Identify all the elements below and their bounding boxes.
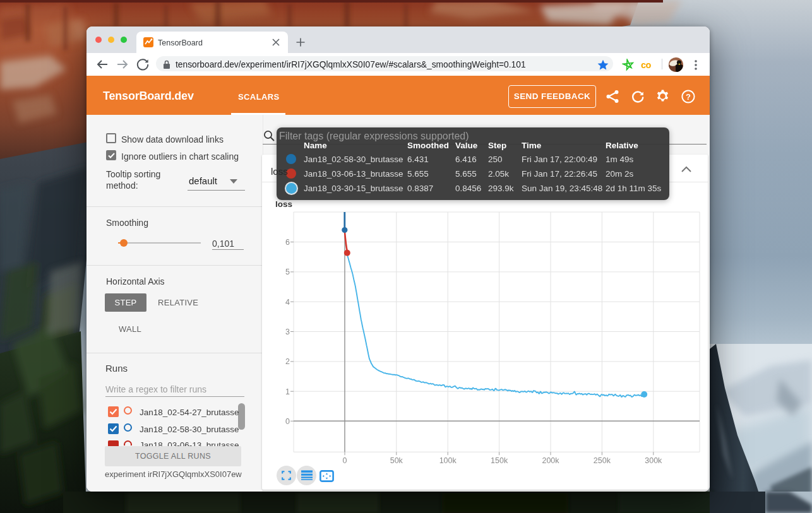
svg-text:6: 6 — [285, 238, 290, 247]
svg-text:250k: 250k — [594, 456, 611, 465]
svg-text:1: 1 — [285, 387, 290, 396]
svg-text:?: ? — [686, 92, 691, 102]
svg-text:4: 4 — [285, 298, 290, 307]
svg-text:5: 5 — [285, 268, 290, 276]
svg-text:0: 0 — [285, 417, 290, 426]
svg-text:3: 3 — [285, 327, 290, 336]
svg-text:50k: 50k — [390, 456, 403, 465]
svg-text:100k: 100k — [439, 456, 457, 465]
svg-text:200k: 200k — [542, 456, 559, 465]
svg-text:300k: 300k — [645, 456, 662, 465]
svg-text:0: 0 — [343, 456, 347, 465]
svg-text:2: 2 — [285, 357, 290, 366]
svg-text:150k: 150k — [491, 456, 508, 465]
